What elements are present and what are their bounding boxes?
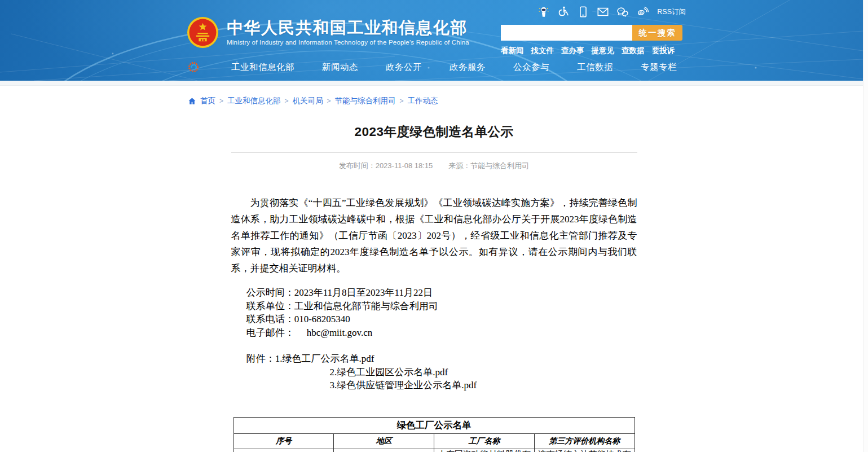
site-header: 中华人民共和国工业和信息化部 Ministry of Industry and … — [0, 0, 863, 81]
attachment-line-3: 3.绿色供应链管理企业公示名单.pdf — [231, 379, 637, 392]
publish-time-label: 发布时间： — [339, 161, 376, 170]
nav-item-special-topics[interactable]: 专题专栏 — [641, 62, 677, 73]
site-title: 中华人民共和国工业和信息化部 — [227, 19, 469, 37]
attachment-link-industrial-park[interactable]: 2.绿色工业园区公示名单.pdf — [330, 367, 448, 378]
cell-factory-name: 山东国瓷功能材料股份有限公司 — [434, 449, 535, 452]
mascot-icon[interactable] — [537, 6, 550, 18]
mobile-icon[interactable] — [577, 6, 589, 18]
vertical-scrollbar[interactable] — [863, 0, 868, 452]
breadcrumb-home[interactable]: 首页 — [200, 96, 215, 106]
article-title: 2023年度绿色制造名单公示 — [231, 123, 637, 141]
contact-phone-line: 联系电话：010-68205340 — [231, 313, 637, 326]
source-label: 来源： — [448, 161, 470, 170]
mail-icon[interactable] — [597, 6, 609, 18]
article: 2023年度绿色制造名单公示 发布时间：2023-11-08 18:15来源：节… — [231, 123, 637, 392]
article-paragraph: 为贯彻落实《“十四五”工业绿色发展规划》《工业领域碳达峰实施方案》，持续完善绿色… — [231, 195, 637, 277]
quick-link-news[interactable]: 看新闻 — [501, 46, 524, 56]
rss-subscribe-link[interactable]: RSS订阅 — [657, 7, 686, 17]
search-input[interactable] — [501, 25, 632, 41]
attachment-link-supply-chain[interactable]: 3.绿色供应链管理企业公示名单.pdf — [330, 380, 477, 390]
attachment-link-green-factory[interactable]: 1.绿色工厂公示名单.pdf — [275, 353, 374, 364]
quick-link-files[interactable]: 找文件 — [531, 46, 554, 56]
publicity-period-line: 公示时间：2023年11月8日至2023年11月22日 — [231, 286, 637, 300]
nav-item-news[interactable]: 新闻动态 — [322, 62, 358, 73]
breadcrumb-item-work-updates[interactable]: 工作动态 — [408, 96, 438, 106]
header-index: 序号 — [233, 433, 334, 449]
publish-time: 2023-11-08 18:15 — [376, 161, 433, 170]
table-title: 绿色工厂公示名单 — [233, 417, 635, 433]
title-divider — [231, 152, 637, 153]
quick-link-feedback[interactable]: 提意见 — [592, 46, 615, 56]
utility-icon-row: RSS订阅 — [501, 5, 686, 19]
breadcrumb-item-ministry[interactable]: 工业和信息化部 — [227, 96, 281, 106]
nav-items: 工业和信息化部 新闻动态 政务公开 政务服务 公众参与 工信数据 专题专栏 — [231, 62, 677, 73]
contact-block: 公示时间：2023年11月8日至2023年11月22日 联系单位：工业和信息化部… — [231, 286, 637, 339]
main-nav: 工业和信息化部 新闻动态 政务公开 政务服务 公众参与 工信数据 专题专栏 — [0, 57, 863, 77]
attachments-block: 附件：1.绿色工厂公示名单.pdf 2.绿色工业园区公示名单.pdf 3.绿色供… — [231, 352, 637, 392]
source-value: 节能与综合利用司 — [470, 161, 529, 170]
national-emblem-icon — [187, 16, 219, 49]
nav-item-gov-openness[interactable]: 政务公开 — [386, 62, 422, 73]
weibo-icon[interactable] — [636, 6, 649, 18]
attachment-line-2: 2.绿色工业园区公示名单.pdf — [231, 366, 637, 379]
table-title-row: 绿色工厂公示名单 — [233, 417, 635, 433]
quick-link-services[interactable]: 查办事 — [561, 46, 584, 56]
table-row: 704 山东 山东国瓷功能材料股份有限公司 济南经纬方达节能技术有限公司 — [233, 449, 635, 452]
header-controls: RSS订阅 统一搜索 看新闻 找文件 查办事 提意见 查数据 要投诉 — [501, 5, 686, 56]
cell-index: 704 — [233, 449, 334, 452]
header-bottom-strip — [0, 81, 868, 86]
cell-region: 山东 — [334, 449, 434, 452]
breadcrumb-separator: > — [219, 97, 223, 105]
breadcrumb-separator: > — [400, 97, 404, 105]
header-factory-name: 工厂名称 — [434, 433, 535, 449]
table-header-row: 序号 地区 工厂名称 第三方评价机构名称 — [233, 433, 635, 449]
quick-links: 看新闻 找文件 查办事 提意见 查数据 要投诉 — [501, 46, 686, 56]
accessibility-icon[interactable] — [557, 6, 570, 18]
breadcrumb-item-departments[interactable]: 机关司局 — [293, 96, 323, 106]
brand: 中华人民共和国工业和信息化部 Ministry of Industry and … — [187, 16, 469, 49]
site-subtitle: Ministry of Industry and Information Tec… — [227, 39, 469, 46]
email-link[interactable]: hbc@miit.gov.cn — [307, 327, 373, 338]
breadcrumb-separator: > — [285, 97, 289, 105]
miit-gear-logo-icon — [187, 61, 200, 73]
contact-email-line: 电子邮件：hbc@miit.gov.cn — [231, 326, 637, 340]
quick-link-complaint[interactable]: 要投诉 — [652, 46, 675, 56]
attachment-line-1: 附件：1.绿色工厂公示名单.pdf — [231, 352, 637, 366]
nav-item-ministry[interactable]: 工业和信息化部 — [231, 62, 294, 73]
cell-evaluator-name: 济南经纬方达节能技术有限公司 — [534, 449, 635, 452]
breadcrumb-item-energy-dept[interactable]: 节能与综合利用司 — [335, 96, 396, 106]
green-factory-table: 绿色工厂公示名单 序号 地区 工厂名称 第三方评价机构名称 704 山东 山东国… — [233, 417, 635, 452]
article-meta: 发布时间：2023-11-08 18:15来源：节能与综合利用司 — [231, 161, 637, 171]
nav-item-participation[interactable]: 公众参与 — [513, 62, 549, 73]
breadcrumb: 首页 > 工业和信息化部 > 机关司局 > 节能与综合利用司 > 工作动态 — [188, 96, 868, 106]
contact-unit-line: 联系单位：工业和信息化部节能与综合利用司 — [231, 300, 637, 313]
home-icon[interactable] — [188, 97, 196, 106]
email-label: 电子邮件： — [246, 327, 294, 338]
search-bar: 统一搜索 — [501, 25, 686, 41]
header-evaluator-name: 第三方评价机构名称 — [534, 433, 635, 449]
search-button[interactable]: 统一搜索 — [632, 25, 682, 41]
header-region: 地区 — [334, 433, 434, 449]
attachments-label: 附件： — [246, 353, 275, 364]
wechat-icon[interactable] — [616, 6, 629, 18]
nav-item-gov-services[interactable]: 政务服务 — [450, 62, 486, 73]
nav-item-data[interactable]: 工信数据 — [577, 62, 613, 73]
breadcrumb-separator: > — [327, 97, 331, 105]
quick-link-data[interactable]: 查数据 — [622, 46, 645, 56]
